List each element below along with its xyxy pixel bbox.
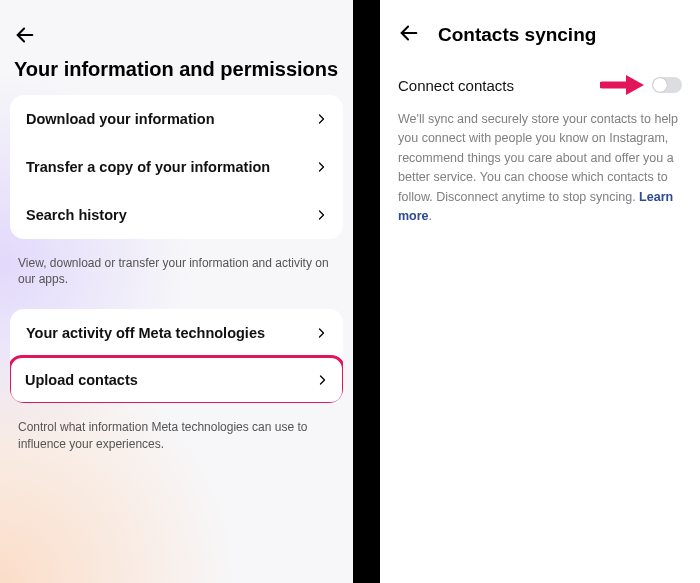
arrow-left-icon <box>14 24 36 46</box>
arrow-left-icon <box>398 22 420 44</box>
connect-contacts-toggle[interactable] <box>652 77 682 93</box>
description-text: We'll sync and securely store your conta… <box>398 112 678 204</box>
highlight-ring: Upload contacts <box>10 355 343 403</box>
info-card-2: Your activity off Meta technologies Uplo… <box>10 309 343 403</box>
toggle-area <box>600 74 682 96</box>
row-download-info[interactable]: Download your information <box>10 95 343 143</box>
period: . <box>429 209 432 223</box>
back-button[interactable] <box>14 24 36 50</box>
row-upload-contacts[interactable]: Upload contacts <box>11 358 342 402</box>
page-title: Your information and permissions <box>10 0 343 95</box>
sync-description: We'll sync and securely store your conta… <box>398 110 682 226</box>
connect-contacts-row: Connect contacts <box>398 74 682 110</box>
back-button[interactable] <box>398 22 420 48</box>
row-activity-off-meta[interactable]: Your activity off Meta technologies <box>10 309 343 357</box>
chevron-right-icon <box>315 113 327 125</box>
row-label: Your activity off Meta technologies <box>26 325 265 341</box>
info-card-1: Download your information Transfer a cop… <box>10 95 343 239</box>
row-transfer-copy[interactable]: Transfer a copy of your information <box>10 143 343 191</box>
row-label: Download your information <box>26 111 215 127</box>
chevron-right-icon <box>315 161 327 173</box>
pointer-arrow-icon <box>600 74 644 96</box>
group1-caption: View, download or transfer your informat… <box>10 249 343 309</box>
chevron-right-icon <box>316 374 328 386</box>
row-label: Search history <box>26 207 127 223</box>
chevron-right-icon <box>315 209 327 221</box>
right-header: Contacts syncing <box>398 0 682 74</box>
row-label: Transfer a copy of your information <box>26 159 270 175</box>
toggle-knob <box>653 78 667 92</box>
page-title: Contacts syncing <box>438 24 596 46</box>
group2-caption: Control what information Meta technologi… <box>10 413 343 473</box>
chevron-right-icon <box>315 327 327 339</box>
row-label: Upload contacts <box>25 372 138 388</box>
contacts-syncing-screen: Contacts syncing Connect contacts We'll … <box>380 0 700 583</box>
row-search-history[interactable]: Search history <box>10 191 343 239</box>
toggle-label: Connect contacts <box>398 77 514 94</box>
svg-marker-3 <box>626 75 644 95</box>
info-permissions-screen: Your information and permissions Downloa… <box>0 0 353 583</box>
screen-divider <box>353 0 380 583</box>
